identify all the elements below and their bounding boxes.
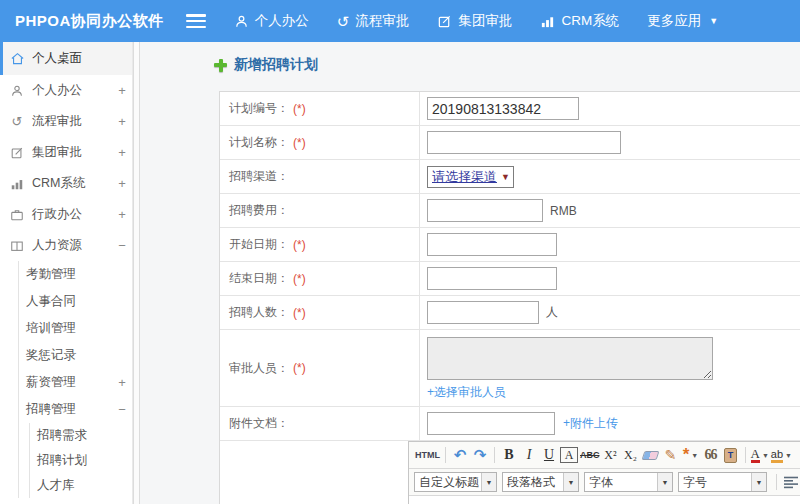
sidebar-item-personal-desktop[interactable]: 个人桌面: [0, 42, 132, 75]
approver-textarea[interactable]: [427, 337, 713, 380]
font-size-select[interactable]: 字号 ▼: [678, 472, 767, 492]
field-label: 审批人员： (*): [220, 330, 420, 406]
recruit-plan-form: 计划编号： (*) 计划名称： (*) 招聘渠道： 请选择渠道: [219, 91, 800, 504]
form-row-editor: HTML ↶ ↷ B I U A ABC X² X₂ ✎ *▼ 66 T: [220, 441, 800, 504]
custom-title-select[interactable]: 自定义标题 ▼: [414, 472, 497, 492]
sidebar-item-label: 培训管理: [26, 320, 132, 337]
fee-input[interactable]: [427, 199, 543, 222]
start-date-input[interactable]: [427, 233, 557, 256]
top-navigation: 个人办公 ↺ 流程审批 集团审批 CRM系统 更多应用 ▼: [234, 12, 746, 30]
editor-toolbar-row1: HTML ↶ ↷ B I U A ABC X² X₂ ✎ *▼ 66 T: [409, 442, 800, 469]
strikethrough-button[interactable]: ABC: [580, 445, 600, 465]
align-left-icon[interactable]: [782, 472, 800, 492]
sidebar-item-attendance[interactable]: 考勤管理: [19, 261, 132, 288]
underline-button[interactable]: U: [540, 445, 558, 465]
html-source-button[interactable]: HTML: [415, 445, 440, 465]
sidebar-item-label: 人力资源: [32, 237, 112, 254]
end-date-input[interactable]: [427, 267, 557, 290]
collapse-minus-icon: −: [112, 402, 132, 417]
field-label: 计划编号： (*): [220, 92, 420, 125]
caret-down-icon: ▼: [501, 172, 510, 182]
nav-item-group-approval[interactable]: 集团审批: [437, 12, 512, 30]
bold-button[interactable]: B: [500, 445, 518, 465]
headcount-unit-label: 人: [546, 304, 558, 321]
sidebar-item-label: 行政办公: [32, 206, 112, 223]
brand-logo[interactable]: PHPOA协同办公软件: [15, 12, 164, 31]
expand-plus-icon: +: [112, 207, 132, 222]
sidebar-item-label: 人事合同: [26, 293, 132, 310]
select-approver-link[interactable]: +选择审批人员: [427, 384, 506, 401]
sidebar-item-label: 个人办公: [32, 82, 112, 99]
sidebar-item-rewards[interactable]: 奖惩记录: [19, 342, 132, 369]
sidebar-item-talent-pool[interactable]: 人才库: [30, 473, 132, 498]
editor-content-area[interactable]: [409, 496, 800, 504]
sidebar-item-recruit-mgmt[interactable]: 招聘管理 −: [19, 396, 132, 423]
sidebar-item-training[interactable]: 培训管理: [19, 315, 132, 342]
field-label: 招聘人数： (*): [220, 296, 420, 329]
attachment-input[interactable]: [427, 412, 555, 435]
person-icon: [234, 14, 249, 29]
add-plus-icon: [214, 59, 227, 72]
sidebar-item-group-approval[interactable]: 集团审批 +: [0, 137, 132, 168]
sidebar-scrollbar[interactable]: [133, 42, 140, 504]
eraser-icon[interactable]: [642, 445, 660, 465]
edit-square-icon: [437, 14, 452, 29]
format-brush-icon[interactable]: ✎: [662, 445, 680, 465]
sidebar-item-hr-contract[interactable]: 人事合同: [19, 288, 132, 315]
caret-down-icon: ▼: [657, 473, 672, 491]
process-loop-icon: ↺: [337, 14, 350, 29]
toolbar-separator: [776, 474, 777, 490]
field-label: 计划名称： (*): [220, 126, 420, 159]
font-style-button[interactable]: A: [560, 447, 578, 463]
blockquote-button[interactable]: 66: [702, 445, 720, 465]
insert-color-icon[interactable]: *▼: [682, 445, 700, 465]
fee-unit-label: RMB: [550, 204, 577, 218]
caret-down-icon: ▼: [709, 16, 718, 26]
nav-item-more-apps[interactable]: 更多应用 ▼: [647, 12, 718, 30]
superscript-button[interactable]: X²: [602, 445, 620, 465]
person-icon: [9, 84, 25, 98]
subscript-button[interactable]: X₂: [622, 445, 640, 465]
undo-icon[interactable]: ↶: [451, 445, 469, 465]
sidebar-item-process-approval[interactable]: ↺ 流程审批 +: [0, 106, 132, 137]
sidebar-item-recruit-plan[interactable]: 招聘计划: [30, 448, 132, 473]
font-color-button[interactable]: A▼: [751, 445, 769, 465]
caret-down-icon: ▼: [691, 452, 698, 459]
paragraph-format-select[interactable]: 段落格式 ▼: [502, 472, 579, 492]
plan-name-input[interactable]: [427, 131, 621, 154]
redo-icon[interactable]: ↷: [471, 445, 489, 465]
paste-icon[interactable]: T: [722, 445, 740, 465]
italic-button[interactable]: I: [520, 445, 538, 465]
attachment-upload-link[interactable]: +附件上传: [563, 415, 618, 432]
sidebar-item-crm-system[interactable]: CRM系统 +: [0, 168, 132, 199]
toolbar-separator: [445, 447, 446, 463]
sidebar-item-recruit-demand[interactable]: 招聘需求: [30, 423, 132, 448]
sidebar-item-salary[interactable]: 薪资管理 +: [19, 369, 132, 396]
form-row-start-date: 开始日期： (*): [220, 228, 800, 262]
toolbar-separator: [494, 447, 495, 463]
form-row-plan-number: 计划编号： (*): [220, 92, 800, 126]
sidebar-item-human-resources[interactable]: 人力资源 −: [0, 230, 132, 261]
page-title-text: 新增招聘计划: [234, 56, 318, 74]
sidebar-item-admin-office[interactable]: 行政办公 +: [0, 199, 132, 230]
required-mark: (*): [293, 102, 306, 116]
hamburger-menu-icon[interactable]: [186, 14, 206, 28]
top-navbar: PHPOA协同办公软件 个人办公 ↺ 流程审批 集团审批 CRM系统 更多应用: [0, 0, 800, 42]
field-label: 招聘费用：: [220, 194, 420, 227]
font-family-select[interactable]: 字体 ▼: [584, 472, 673, 492]
highlight-color-button[interactable]: ab▼: [771, 445, 792, 465]
form-row-attachment: 附件文档： +附件上传: [220, 407, 800, 441]
channel-select[interactable]: 请选择渠道 ▼: [427, 166, 514, 188]
editor-toolbar-row2: 自定义标题 ▼ 段落格式 ▼ 字体 ▼ 字号 ▼: [409, 469, 800, 496]
field-label: 附件文档：: [220, 407, 420, 440]
sidebar-item-label: CRM系统: [32, 175, 112, 192]
sidebar-item-label: 人才库: [37, 477, 132, 494]
collapse-minus-icon: −: [112, 238, 132, 253]
recruit-submenu: 招聘需求 招聘计划 人才库: [29, 423, 132, 498]
nav-item-crm-system[interactable]: CRM系统: [540, 12, 619, 30]
nav-item-personal-office[interactable]: 个人办公: [234, 12, 309, 30]
plan-number-input[interactable]: [427, 97, 579, 120]
sidebar-item-personal-office[interactable]: 个人办公 +: [0, 75, 132, 106]
headcount-input[interactable]: [427, 301, 539, 324]
nav-item-process-approval[interactable]: ↺ 流程审批: [337, 12, 410, 30]
